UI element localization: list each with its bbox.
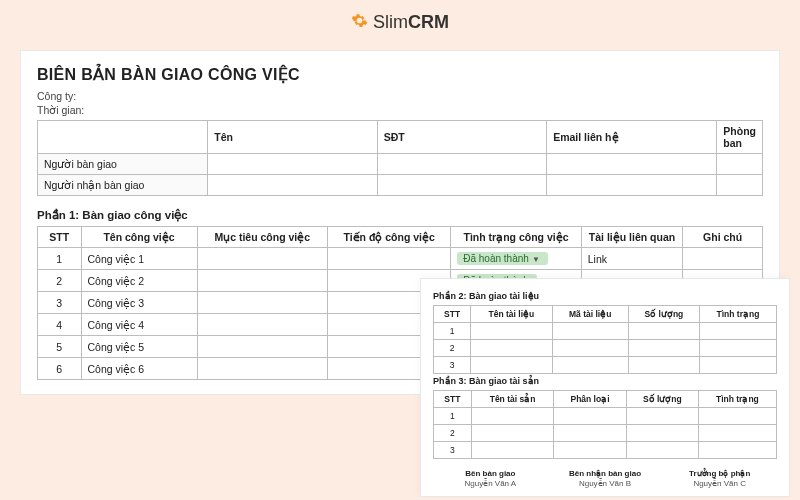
brand-crm: CRM	[408, 12, 449, 32]
task-stt: 1	[38, 248, 82, 270]
info-table: Tên SĐT Email liên hệ Phòng ban Người bà…	[37, 120, 763, 196]
task-header: Ghi chú	[683, 227, 763, 248]
task-name: Công việc 6	[81, 358, 197, 380]
asset-table: STT Tên tài sản Phân loại Số lượng Tình …	[433, 390, 777, 459]
status-badge[interactable]: Đã hoàn thành▼	[457, 252, 548, 265]
section3-title: Phần 3: Bàn giao tài sản	[433, 376, 777, 386]
info-row-label: Người nhận bàn giao	[38, 175, 208, 196]
task-stt: 3	[38, 292, 82, 314]
doc-title: BIÊN BẢN BÀN GIAO CÔNG VIỆC	[37, 65, 763, 84]
info-row-label: Người bàn giao	[38, 154, 208, 175]
docs-table: STT Tên tài liệu Mã tài liệu Số lượng Tì…	[433, 305, 777, 374]
info-header: Email liên hệ	[547, 121, 717, 154]
table-row: 1	[434, 408, 777, 425]
signature-col: Bên bàn giao Nguyễn Văn A	[433, 469, 548, 488]
table-row: 1	[434, 323, 777, 340]
table-row: 3	[434, 357, 777, 374]
time-label: Thời gian:	[37, 104, 763, 116]
task-row: 1Công việc 1Đã hoàn thành▼Link	[38, 248, 763, 270]
gear-icon	[351, 13, 373, 33]
chevron-down-icon[interactable]: ▼	[532, 255, 540, 264]
task-name: Công việc 5	[81, 336, 197, 358]
task-header: STT	[38, 227, 82, 248]
section1-title: Phần 1: Bàn giao công việc	[37, 208, 763, 222]
info-header: Tên	[208, 121, 377, 154]
table-row: 2	[434, 340, 777, 357]
handover-document-overlay: Phần 2: Bàn giao tài liệu STT Tên tài li…	[420, 278, 790, 497]
table-row: 2	[434, 425, 777, 442]
signature-col: Trưởng bộ phận Nguyễn Văn C	[662, 469, 777, 488]
info-header: SĐT	[377, 121, 547, 154]
table-row: 3	[434, 442, 777, 459]
task-status-cell: Đã hoàn thành▼	[451, 248, 582, 270]
signature-row: Bên bàn giao Nguyễn Văn A Bên nhận bàn g…	[433, 469, 777, 488]
section2-title: Phần 2: Bàn giao tài liệu	[433, 291, 777, 301]
task-header: Tiến độ công việc	[328, 227, 451, 248]
task-stt: 4	[38, 314, 82, 336]
signature-col: Bên nhận bàn giao Nguyễn Văn B	[548, 469, 663, 488]
task-name: Công việc 2	[81, 270, 197, 292]
task-stt: 6	[38, 358, 82, 380]
task-name: Công việc 4	[81, 314, 197, 336]
task-stt: 5	[38, 336, 82, 358]
task-header: Mục tiêu công việc	[197, 227, 328, 248]
task-name: Công việc 3	[81, 292, 197, 314]
task-header: Tài liệu liên quan	[581, 227, 683, 248]
info-header: Phòng ban	[717, 121, 763, 154]
company-label: Công ty:	[37, 90, 763, 102]
task-header: Tình trạng công việc	[451, 227, 582, 248]
brand-logo: SlimCRM	[0, 0, 800, 40]
task-stt: 2	[38, 270, 82, 292]
task-name: Công việc 1	[81, 248, 197, 270]
brand-slim: Slim	[373, 12, 408, 32]
task-doc: Link	[581, 248, 683, 270]
task-header: Tên công việc	[81, 227, 197, 248]
